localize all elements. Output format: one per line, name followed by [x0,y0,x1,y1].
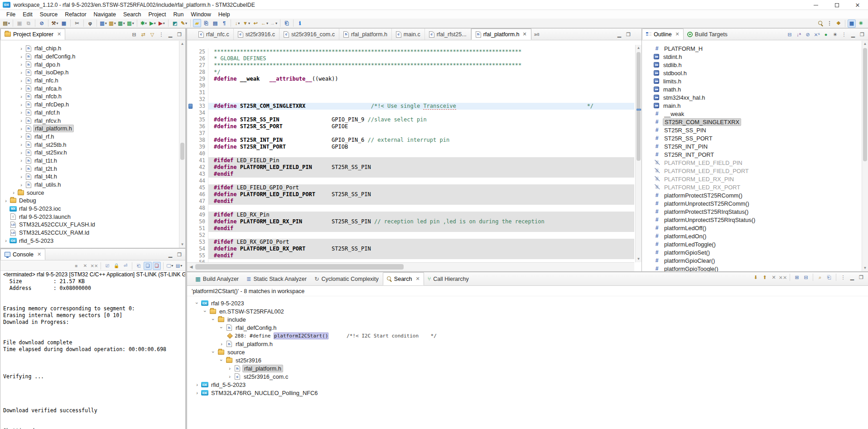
hide-fields-icon[interactable]: ⊘ [804,30,812,39]
outline-item[interactable]: #PLATFORM_LED_FIELD_PORT [642,167,861,175]
chevron-right-icon[interactable]: › [194,382,200,387]
tab-cyclomatic-complexity[interactable]: ↻Cyclomatic Complexity [311,272,383,285]
maximize-editor-icon[interactable]: ❐ [624,30,632,39]
outline-item[interactable]: #platformUnprotectST25RIrqStatus() [642,216,861,224]
collapse-all-icon[interactable]: ⊟ [786,30,794,39]
dropdown-arrow-icon[interactable]: ▾ [123,21,125,25]
open-console-dropdown-button[interactable]: 🖵▾ [166,262,174,270]
chevron-right-icon[interactable]: › [19,126,24,131]
chevron-right-icon[interactable]: › [19,174,24,179]
maximize-icon[interactable]: ❐ [175,30,183,39]
chevron-right-icon[interactable]: › [19,70,24,75]
tab-build-targets[interactable]: Build Targets [684,29,732,40]
editor-horizontal-scrollbar[interactable]: ◀ [187,262,634,271]
outline-item[interactable]: #platformLedToggle() [642,240,861,248]
outline-item[interactable]: #ST25R_INT_PIN [642,142,861,150]
outline-item[interactable]: #platformGpioToogle() [642,265,861,271]
tree-item[interactable]: ›Debug [0,197,179,205]
profile-button[interactable]: φ [86,19,94,27]
outline-item[interactable]: #ST25R_INT_PORT [642,150,861,159]
menu-source[interactable]: Source [36,10,62,19]
scroll-lock-button[interactable]: 🔒 [112,262,121,270]
collapse-all-button[interactable]: ⊟ [802,273,810,281]
remove-all-matches-button[interactable]: ⨯⨯ [779,273,787,281]
new-c-file-button[interactable]: ▥▾ [117,19,125,27]
link-with-editor-button[interactable]: ⎘ [202,19,210,27]
search-result-item[interactable]: ›source [187,348,868,356]
menu-window[interactable]: Window [187,10,214,19]
tree-item[interactable]: ›hrfal_nfcv.h [0,116,179,125]
remove-all-launches-button[interactable]: ⨯⨯ [90,262,98,270]
outline-item[interactable]: stdint.h [642,53,861,61]
outline-item[interactable]: #platformGpioClear() [642,256,861,265]
tree-item[interactable]: ›hrfal_nfc.h [0,77,179,85]
chevron-right-icon[interactable]: › [3,198,9,203]
search-toolbar-button[interactable]: ✎▾ [180,19,188,27]
cpp-perspective-button[interactable]: ▦ [848,19,856,28]
remove-launch-button[interactable]: ✕ [81,262,89,270]
open-element-button[interactable]: ◩ [171,19,179,27]
search-result-item[interactable]: ›st25r3916 [187,356,868,364]
tab-build-analyzer[interactable]: ▦Build Analyzer [192,272,243,285]
outline-item[interactable]: #platformProtectST25RIrqStatus() [642,207,861,216]
outline-item[interactable]: #platformLedOff() [642,224,861,232]
expand-all-button[interactable]: ⊞ [793,273,801,281]
dropdown-arrow-icon[interactable]: ▾ [248,21,250,25]
remove-selected-matches-button[interactable]: ✕ [770,273,778,281]
dropdown-arrow-icon[interactable]: ▾ [275,21,277,25]
minimize-icon[interactable]: ▁ [849,30,857,39]
outline-item[interactable]: #platformUnprotectST25RComm() [642,199,861,207]
tree-item[interactable]: ›hrfal_st25tb.h [0,140,179,149]
back-history-button[interactable]: ←▾ [260,19,269,27]
search-result-item[interactable]: ›IDErfid_5-5-2023 [187,381,868,389]
tree-item[interactable]: ›hrfal_rf.h [0,133,179,141]
close-icon[interactable]: ✕ [37,251,41,257]
tree-item[interactable]: ›hrfal_nfcf.h [0,109,179,117]
show-next-match-button[interactable]: ⬇ [752,273,760,281]
outline-item[interactable]: #PLATFORM_LED_FIELD_PIN [642,159,861,167]
editor-tab-rfal-platform-h[interactable]: hrfal_platform.h✕ [471,29,531,40]
menu-navigate[interactable]: Navigate [90,10,120,19]
tab-outline[interactable]: Outline✕ [642,29,684,40]
close-button[interactable]: ✕ [847,0,868,10]
external-tools-button[interactable]: ▶▾ [158,19,166,27]
tab-call-hierarchy[interactable]: ⑂Call Hierarchy [424,272,473,285]
clean-button[interactable]: ✂ [73,19,81,27]
tree-item[interactable]: ›hrfal_platform.h [0,125,179,133]
chevron-down-icon[interactable]: › [211,317,216,322]
chevron-right-icon[interactable]: › [219,341,224,347]
next-annotation-button[interactable]: ↓▾ [233,19,241,27]
chevron-down-icon[interactable]: › [219,325,224,330]
scroll-up-icon[interactable]: ▲ [179,41,185,47]
chevron-right-icon[interactable]: › [3,238,9,243]
tree-item[interactable]: MXrfal 9-5-2023.ioc [0,205,179,213]
outline-item[interactable]: #platformProtectST25RComm() [642,191,861,199]
show-console-on-error-button[interactable]: ❏ [153,262,161,270]
pin-editor-button[interactable]: ⎗ [283,19,291,27]
dropdown-arrow-icon[interactable]: ▾ [114,21,116,25]
search-result-item[interactable]: 288: #define platformI2CStart() /*!< I2C… [187,332,868,340]
dropdown-arrow-icon[interactable]: ▾ [105,21,107,25]
pin-console-button[interactable]: ⎗ [135,262,143,270]
view-menu-button[interactable]: ⋮ [839,273,847,281]
scroll-left-icon[interactable]: ◀ [188,263,194,271]
chevron-down-icon[interactable]: › [203,308,208,314]
outline-item[interactable]: main.h [642,101,861,110]
tree-item[interactable]: ≡rfal 9-5-2023.launch [0,212,179,221]
editor-tab-rfal-platform-h[interactable]: hrfal_platform.h [339,29,392,40]
close-icon[interactable]: ✕ [675,31,680,37]
chevron-right-icon[interactable]: › [19,142,24,147]
menu-search[interactable]: Search [120,10,145,19]
tree-item[interactable]: ›source [0,188,179,197]
outline-item[interactable]: stdlib.h [642,61,861,69]
minimize-view-icon[interactable]: ▁ [166,251,174,259]
outline-item[interactable]: limits.h [642,77,861,85]
display-selected-console-button[interactable]: ▤▾ [175,262,183,270]
editor-tab-rfal-rfst25-[interactable]: crfal_rfst25... [425,29,471,40]
tree-item[interactable]: ›hrfal_nfca.h [0,84,179,92]
chevron-down-icon[interactable]: › [194,300,200,306]
minimize-button[interactable] [805,0,826,10]
chevron-right-icon[interactable]: › [19,110,24,115]
show-whitespace-button[interactable]: ¶ [220,19,228,27]
tree-item[interactable]: ›hrfal_t2t.h [0,164,179,173]
